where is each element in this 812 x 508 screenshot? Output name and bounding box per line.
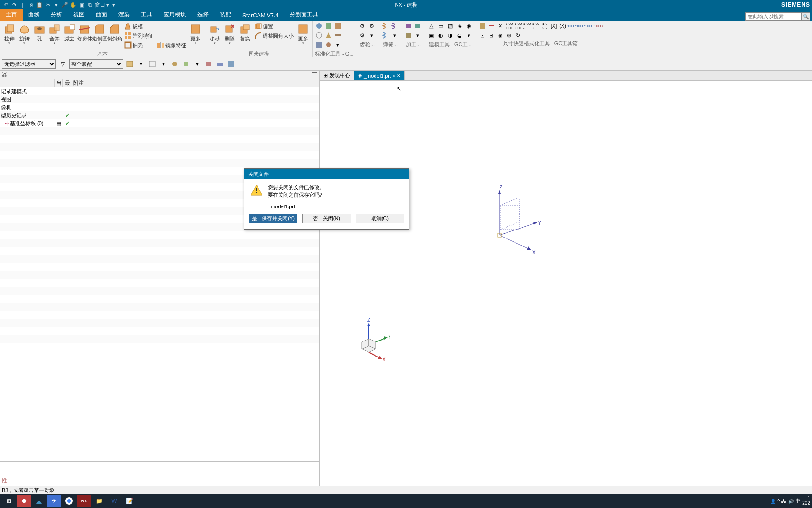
- trim-button[interactable]: 修剪体: [77, 22, 92, 42]
- window-menu[interactable]: 窗口 ▾: [95, 1, 109, 8]
- dim-icon[interactable]: ◉: [496, 31, 505, 40]
- tab-analysis[interactable]: 分析: [45, 9, 68, 21]
- mt-icon[interactable]: ▭: [437, 22, 445, 30]
- tray-people-icon[interactable]: 👤: [770, 499, 776, 504]
- navigator-tree[interactable]: 记录建模式 视图 像机 型历史记录✓ ⊹基准坐标系 (0)▤✓: [0, 87, 319, 461]
- mt-icon[interactable]: ◒: [455, 31, 464, 40]
- sel-icon[interactable]: [204, 59, 213, 69]
- qat-drop-icon[interactable]: ▾: [53, 1, 60, 8]
- mt-icon[interactable]: ▾: [465, 31, 473, 40]
- revolve-button[interactable]: 旋转▾: [17, 22, 32, 46]
- copy-icon[interactable]: ⎘: [27, 1, 35, 8]
- tab-render[interactable]: 渲染: [113, 9, 135, 21]
- dim-icon[interactable]: ⊗: [505, 31, 514, 40]
- tab-view[interactable]: 视图: [68, 9, 90, 21]
- redo-icon[interactable]: ↷: [10, 1, 18, 8]
- save-and-close-button[interactable]: 是 - 保存并关闭(Y): [249, 214, 297, 223]
- std-icon[interactable]: [324, 22, 333, 30]
- tab-home[interactable]: 主页: [0, 9, 23, 21]
- offset-button[interactable]: 偏置: [253, 22, 295, 31]
- search-input[interactable]: [745, 12, 802, 21]
- hole-button[interactable]: 孔: [32, 22, 47, 42]
- std-icon[interactable]: [324, 40, 333, 49]
- std-icon[interactable]: ▾: [334, 40, 342, 49]
- mfg-icon[interactable]: [404, 31, 413, 40]
- move-button[interactable]: 移动▾: [207, 22, 222, 46]
- dim-icon[interactable]: 10H7: [568, 22, 576, 30]
- edgeblend-button[interactable]: 边倒圆▾: [92, 22, 107, 46]
- mt-icon[interactable]: ◑: [446, 31, 454, 40]
- subtract-button[interactable]: 减去: [62, 22, 77, 42]
- chamfer-button[interactable]: 倒斜角: [107, 22, 122, 42]
- tab-split[interactable]: 分割面工具: [284, 9, 324, 21]
- sel-icon[interactable]: [148, 59, 157, 69]
- gear-icon[interactable]: ⚙: [358, 31, 367, 40]
- filter2-select[interactable]: 整个装配: [69, 59, 123, 69]
- resize-button[interactable]: 调整圆角大小: [253, 31, 295, 40]
- mfg-icon[interactable]: ▾: [414, 31, 422, 40]
- dim-icon[interactable]: ⊟: [487, 31, 496, 40]
- std-icon[interactable]: [324, 31, 333, 40]
- cascade-icon[interactable]: ⧉: [86, 1, 94, 8]
- dim-icon[interactable]: ✕: [496, 22, 505, 30]
- tray-ime[interactable]: 中: [796, 498, 800, 504]
- sel-icon[interactable]: ▾: [136, 59, 146, 69]
- search-icon[interactable]: 🔍: [802, 12, 810, 21]
- taskbar-explorer[interactable]: 📁: [92, 495, 106, 507]
- tab-curve[interactable]: 曲线: [23, 9, 45, 21]
- taskbar-app[interactable]: [32, 495, 46, 507]
- qat-more-icon[interactable]: ▾: [110, 1, 117, 8]
- more2-button[interactable]: 更多▾: [296, 22, 311, 46]
- pattern-button[interactable]: 阵列特征: [123, 31, 154, 40]
- taskbar-word[interactable]: W: [107, 495, 121, 507]
- cut-icon[interactable]: ✂: [44, 1, 52, 8]
- mt-icon[interactable]: ▣: [427, 31, 436, 40]
- filter1-select[interactable]: 无选择过滤器: [2, 59, 56, 69]
- std-icon[interactable]: [315, 22, 323, 30]
- spring-icon[interactable]: ▾: [390, 31, 399, 40]
- draft-button[interactable]: 拔模: [123, 22, 154, 31]
- mt-icon[interactable]: ◉: [465, 22, 473, 30]
- mic-icon[interactable]: 🎤: [61, 1, 69, 8]
- dim-icon[interactable]: ⊡: [478, 31, 487, 40]
- pin-icon[interactable]: [312, 72, 317, 77]
- std-icon[interactable]: [334, 22, 342, 30]
- std-icon[interactable]: [315, 31, 323, 40]
- taskbar-app[interactable]: ✈: [47, 495, 61, 507]
- mt-icon[interactable]: △: [427, 22, 436, 30]
- dim-icon[interactable]: 10H8: [594, 22, 603, 30]
- tray-clock[interactable]: 1202: [802, 496, 810, 506]
- taskbar-chrome[interactable]: [62, 495, 76, 507]
- taskbar-nx[interactable]: NX: [77, 495, 91, 507]
- tab-surface[interactable]: 曲面: [90, 9, 113, 21]
- taskbar-app[interactable]: ⬣: [17, 495, 31, 507]
- start-button[interactable]: ⊞: [2, 495, 16, 507]
- dim-icon[interactable]: 10H7: [577, 22, 585, 30]
- dim-icon[interactable]: 1.002.01: [514, 22, 523, 30]
- sel-icon[interactable]: [125, 59, 134, 69]
- unite-button[interactable]: 合并▾: [47, 22, 62, 46]
- mt-icon[interactable]: ▧: [446, 22, 454, 30]
- spring-icon[interactable]: [381, 31, 390, 40]
- tree-row[interactable]: 视图: [0, 95, 319, 103]
- close-no-save-button[interactable]: 否 - 关闭(N): [302, 214, 351, 223]
- gear-icon[interactable]: ⚙: [358, 22, 367, 30]
- paste-icon[interactable]: 📋: [36, 1, 43, 8]
- sel-icon[interactable]: [181, 59, 191, 69]
- tree-row[interactable]: 型历史记录✓: [0, 111, 319, 119]
- tree-row-datum[interactable]: ⊹基准坐标系 (0)▤✓: [0, 119, 319, 127]
- tray-volume-icon[interactable]: 🔊: [788, 499, 794, 504]
- mirror-button[interactable]: 镜像特征: [156, 40, 187, 50]
- dim-icon[interactable]: [478, 22, 487, 30]
- sel-icon[interactable]: ▾: [159, 59, 168, 69]
- mt-icon[interactable]: ◐: [437, 31, 445, 40]
- viewport[interactable]: ↖ Z Y X Z Y: [320, 81, 812, 486]
- touch-icon[interactable]: ✋: [70, 1, 77, 8]
- sel-icon[interactable]: [215, 59, 225, 69]
- gear-icon[interactable]: ⚙: [367, 22, 376, 30]
- tree-row[interactable]: 记录建模式: [0, 87, 319, 95]
- taskbar-app[interactable]: 📝: [122, 495, 136, 507]
- dim-icon[interactable]: 10H7: [586, 22, 594, 30]
- spring-icon[interactable]: [390, 22, 399, 30]
- tree-row[interactable]: 像机: [0, 103, 319, 111]
